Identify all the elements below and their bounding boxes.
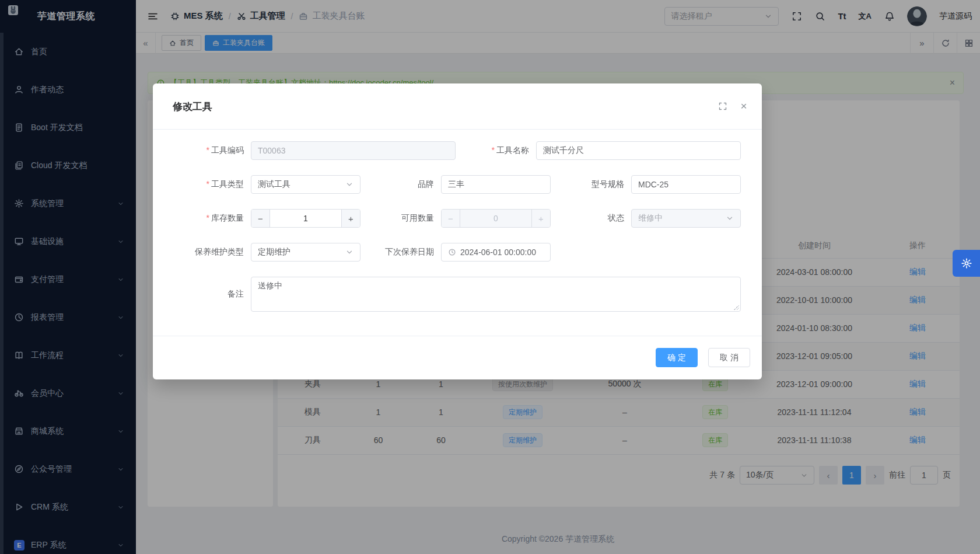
clock-icon [448,248,456,256]
model-spec-input[interactable]: MDC-25 [631,175,741,194]
theme-settings-button[interactable] [953,250,980,277]
modal-footer: 确 定 取 消 [153,336,762,381]
next-maintenance-date-input[interactable]: 2024-06-01 00:00:00 [441,243,551,262]
plus-icon[interactable]: + [341,210,360,227]
field-label: 型号规格 [551,179,631,190]
required-star: * [206,179,209,189]
required-star: * [206,145,209,155]
stock-value[interactable]: 1 [270,214,341,223]
available-value: 0 [460,214,531,223]
tool-name-input[interactable]: 测试千分尺 [536,141,741,160]
field-label: 备注 [170,289,251,299]
status-select: 维修中 [631,209,741,228]
brand-input[interactable]: 三丰 [441,175,551,194]
confirm-button[interactable]: 确 定 [656,348,698,367]
modal-fullscreen-icon[interactable] [718,101,728,112]
field-label: *工具名称 [456,145,536,156]
cancel-button[interactable]: 取 消 [708,348,750,367]
field-label: 下次保养日期 [360,247,441,257]
gear-icon [961,257,972,269]
remark-textarea[interactable]: 送修中 [251,277,741,312]
modal-title: 修改工具 [173,100,212,113]
modal-close-icon[interactable]: × [738,101,749,112]
available-quantity-stepper: − 0 + [441,209,551,228]
minus-icon: − [442,210,460,227]
app-window: 芋道管理系统 首页作者动态Boot 开发文档Cloud 开发文档系统管理基础设施… [0,0,980,554]
chevron-down-icon [345,248,354,256]
maintenance-type-select[interactable]: 定期维护 [251,243,360,262]
tool-type-select[interactable]: 测试工具 [251,175,360,194]
field-label: 状态 [551,213,631,224]
field-label: 品牌 [360,179,441,190]
chevron-down-icon [726,214,734,222]
stock-quantity-stepper[interactable]: − 1 + [251,209,360,228]
minus-icon[interactable]: − [251,210,270,227]
modal-header: 修改工具 × [153,83,762,130]
edit-tool-modal: 修改工具 × *工具编码 T00063 *工具名称 测试千分尺 *工具类型 [153,83,762,379]
field-label: 保养维护类型 [170,247,251,257]
field-label: *工具类型 [170,179,251,190]
plus-icon: + [531,210,550,227]
modal-form: *工具编码 T00063 *工具名称 测试千分尺 *工具类型 测试工具 品牌 三… [153,130,762,312]
tool-code-input: T00063 [251,141,456,160]
field-label: *库存数量 [170,213,251,224]
field-label: *工具编码 [170,145,251,156]
field-label: 可用数量 [360,213,441,224]
required-star: * [206,213,209,222]
required-star: * [492,145,495,155]
chevron-down-icon [345,180,354,189]
